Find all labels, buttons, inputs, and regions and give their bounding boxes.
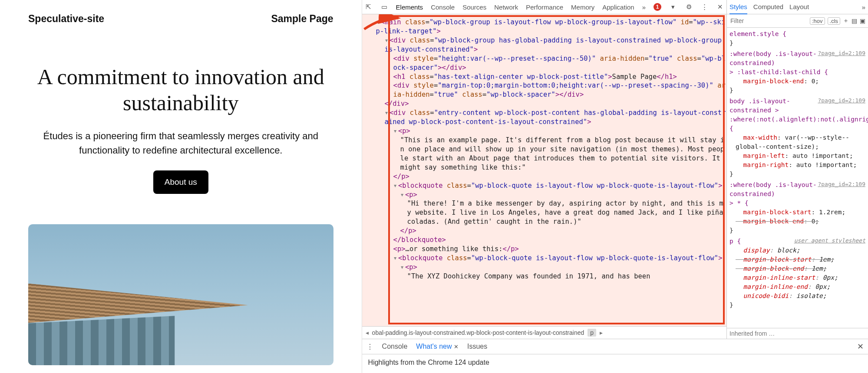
styles-overflow-icon[interactable]: » <box>862 3 865 11</box>
dom-node[interactable]: ▾<p> <box>366 263 726 272</box>
devtools-drawer: ⋮ Console What's new ✕ Issues ✕ Highligh… <box>362 339 868 373</box>
about-us-button[interactable]: About us <box>153 170 208 194</box>
dom-node[interactable]: ▾<div class="wp-block-group has-global-p… <box>366 36 726 54</box>
tab-sources[interactable]: Sources <box>462 3 486 11</box>
elements-panel: ⇱ ▭ Elements Console Sources Network Per… <box>362 0 726 339</box>
css-rules[interactable]: element.style {}?page_id=2:109:where(bod… <box>727 28 868 328</box>
close-tab-icon[interactable]: ✕ <box>454 344 459 350</box>
nav-sample-page[interactable]: Sample Page <box>271 13 333 25</box>
inherited-from: Inherited from … <box>727 328 868 339</box>
hero-image <box>28 224 333 365</box>
dom-node[interactable]: "The XYZ Doohickey Company was founded i… <box>366 272 726 281</box>
devtools-main-tabs: ⇱ ▭ Elements Console Sources Network Per… <box>362 0 726 14</box>
drawer-body: Highlights from the Chrome 124 update <box>362 354 868 371</box>
tab-memory[interactable]: Memory <box>571 3 594 11</box>
tab-styles[interactable]: Styles <box>729 0 747 14</box>
flex-icon[interactable]: ▤ <box>851 17 857 24</box>
more-icon[interactable]: ▾ <box>669 3 677 11</box>
styles-tabs: Styles Computed Layout » <box>727 0 868 14</box>
dom-node[interactable]: </blockquote> <box>366 236 726 245</box>
crumb-next-icon[interactable]: ▸ <box>600 329 603 336</box>
tab-layout[interactable]: Layout <box>789 0 809 14</box>
dom-node[interactable]: "This is an example page. It's different… <box>366 136 726 172</box>
error-count-badge[interactable]: 1 <box>653 3 661 11</box>
tab-performance[interactable]: Performance <box>526 3 563 11</box>
styles-filter-input[interactable] <box>729 17 807 25</box>
dom-node[interactable]: ▾<blockquote class="wp-block-quote is-la… <box>366 181 726 190</box>
new-rule-icon[interactable]: ＋ <box>843 17 849 25</box>
hero-heading: A commitment to innovation and sustainab… <box>28 64 333 116</box>
dom-node[interactable]: ▾<blockquote class="wp-block-quote is-la… <box>366 254 726 263</box>
dom-node[interactable]: ▾<p> <box>366 127 726 136</box>
dom-node[interactable]: ▾<main class="wp-block-group is-layout-f… <box>366 18 726 36</box>
site-title[interactable]: Speculative-site <box>28 13 104 25</box>
cls-toggle[interactable]: .cls <box>828 17 841 25</box>
dom-node[interactable]: "Hi there! I'm a bike messenger by day, … <box>366 199 726 226</box>
hero: A commitment to innovation and sustainab… <box>4 64 357 194</box>
drawer-tab-whatsnew[interactable]: What's new ✕ <box>416 343 459 350</box>
drawer-kebab-icon[interactable]: ⋮ <box>366 343 373 351</box>
kebab-icon[interactable]: ⋮ <box>700 3 708 11</box>
dom-node[interactable]: ▾<p> <box>366 190 726 200</box>
hov-toggle[interactable]: :hov <box>810 17 825 25</box>
website-preview: Speculative-site Sample Page A commitmen… <box>0 0 362 373</box>
box-icon[interactable]: ▣ <box>860 17 865 24</box>
drawer-tabs: ⋮ Console What's new ✕ Issues ✕ <box>362 339 868 354</box>
dom-node[interactable]: <h1 class="has-text-align-center wp-bloc… <box>366 72 726 82</box>
inspect-icon[interactable]: ⇱ <box>365 3 373 11</box>
tabs-overflow-icon[interactable]: » <box>642 3 646 11</box>
drawer-tab-console[interactable]: Console <box>382 343 408 350</box>
dom-node[interactable]: <div style="margin-top:0;margin-bottom:0… <box>366 81 726 99</box>
breadcrumb-bar[interactable]: ◂ obal-padding.is-layout-constrained.wp-… <box>362 326 726 339</box>
dom-node[interactable]: </p> <box>366 172 726 181</box>
crumb-path[interactable]: obal-padding.is-layout-constrained.wp-bl… <box>372 329 584 336</box>
dom-node[interactable]: </div> <box>366 99 726 108</box>
tab-console[interactable]: Console <box>431 3 455 11</box>
tab-network[interactable]: Network <box>494 3 518 11</box>
close-icon[interactable]: ✕ <box>716 3 724 11</box>
devtools-panel: ⇱ ▭ Elements Console Sources Network Per… <box>362 0 868 373</box>
crumb-selected[interactable]: p <box>587 329 596 337</box>
hero-subtitle: Études is a pioneering firm that seamles… <box>28 129 333 157</box>
tab-application[interactable]: Application <box>602 3 634 11</box>
styles-filter-row: :hov .cls ＋ ▤ ▣ <box>727 14 868 28</box>
drawer-close-icon[interactable]: ✕ <box>857 342 864 351</box>
drawer-tab-issues[interactable]: Issues <box>467 343 487 350</box>
styles-panel: Styles Computed Layout » :hov .cls ＋ ▤ ▣… <box>726 0 868 339</box>
dom-node[interactable]: <p>…or something like this:</p> <box>366 245 726 254</box>
site-header: Speculative-site Sample Page <box>4 13 357 25</box>
device-toggle-icon[interactable]: ▭ <box>380 3 388 11</box>
dom-node[interactable]: ▾<div class="entry-content wp-block-post… <box>366 108 726 127</box>
dom-node[interactable]: <div style="height:var(--wp--preset--spa… <box>366 54 726 72</box>
tab-elements[interactable]: Elements <box>396 3 423 11</box>
gear-icon[interactable]: ⚙ <box>685 3 693 11</box>
dom-tree[interactable]: ▾<main class="wp-block-group is-layout-f… <box>362 14 726 326</box>
tab-computed[interactable]: Computed <box>753 0 783 14</box>
crumb-prev-icon[interactable]: ◂ <box>366 329 369 336</box>
dom-node[interactable]: </p> <box>366 226 726 236</box>
